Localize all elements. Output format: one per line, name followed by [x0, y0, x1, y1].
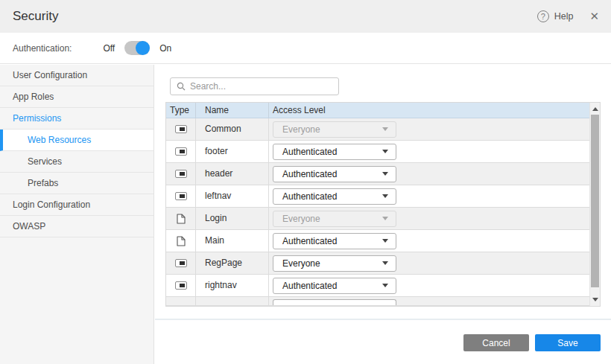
access-level-dropdown[interactable]: Authenticated	[273, 233, 396, 249]
access-level-value: Everyone	[282, 214, 320, 224]
table-row: Main Authenticated	[166, 230, 589, 252]
sidebar-item-label: App Roles	[13, 92, 54, 102]
partial-page-icon	[175, 147, 187, 156]
access-level-dropdown[interactable]: Authenticated	[273, 166, 396, 182]
access-level-value: Authenticated	[282, 281, 337, 291]
access-level-value: Authenticated	[282, 169, 337, 179]
sidebar-list: User Configuration App Roles Permissions…	[0, 65, 153, 237]
access-level-value: Authenticated	[282, 191, 337, 202]
sidebar-item-app-roles[interactable]: App Roles	[0, 86, 153, 108]
page-icon	[177, 214, 186, 224]
cancel-button[interactable]: Cancel	[463, 334, 529, 351]
access-level-value: Authenticated	[282, 147, 337, 157]
access-level-value: Authenticated	[282, 236, 337, 246]
table-row: footer Authenticated	[166, 141, 589, 163]
table-header-row: Type Name Access Level	[166, 103, 589, 118]
column-header-name: Name	[196, 103, 269, 118]
caret-down-icon	[382, 194, 388, 198]
access-level-dropdown[interactable]: Everyone	[273, 255, 396, 272]
main-panel: Type Name Access Level Common Everyone f…	[155, 65, 611, 364]
resource-name: Login	[196, 208, 269, 229]
caret-down-icon	[382, 172, 388, 176]
table-row: rightnav Authenticated	[166, 275, 589, 297]
sidebar-item-permissions[interactable]: Permissions	[0, 108, 153, 130]
help-link[interactable]: Help	[554, 11, 574, 22]
sidebar-item-prefabs[interactable]: Prefabs	[0, 173, 153, 194]
table-body: Common Everyone footer Authenticated hea…	[166, 118, 589, 297]
table-row: header Authenticated	[166, 163, 589, 185]
toggle-on-label: On	[159, 43, 171, 54]
search-icon	[177, 82, 186, 91]
sidebar-item-owasp[interactable]: OWASP	[0, 216, 153, 237]
table-row: RegPage Everyone	[166, 252, 589, 275]
column-header-access-level: Access Level	[269, 103, 589, 118]
save-button[interactable]: Save	[535, 334, 601, 351]
sidebar-item-label: OWASP	[13, 221, 45, 232]
caret-down-icon	[382, 261, 388, 265]
partial-page-icon	[175, 259, 187, 267]
resource-name: Common	[196, 118, 269, 140]
table-row-partial	[166, 297, 589, 306]
partial-page-icon	[175, 192, 187, 200]
sidebar-item-label: Permissions	[13, 113, 61, 124]
resource-name: RegPage	[196, 252, 269, 274]
partial-page-icon	[175, 281, 187, 290]
scrollbar-thumb[interactable]	[591, 115, 599, 287]
access-level-value: Everyone	[282, 258, 320, 269]
page-title: Security	[13, 0, 58, 33]
access-level-dropdown[interactable]	[273, 299, 396, 307]
sidebar-item-label: User Configuration	[13, 70, 87, 80]
scrollbar-down-icon[interactable]	[592, 298, 598, 301]
access-level-dropdown[interactable]: Authenticated	[273, 188, 396, 205]
sidebar-item-label: Login Configuration	[13, 199, 90, 210]
table-row: leftnav Authenticated	[166, 185, 589, 208]
table-row: Common Everyone	[166, 118, 589, 141]
access-level-dropdown[interactable]: Authenticated	[273, 144, 396, 160]
sidebar-item-login-configuration[interactable]: Login Configuration	[0, 194, 153, 216]
column-header-type: Type	[166, 103, 196, 118]
scrollbar-track[interactable]	[589, 103, 600, 306]
resource-name: leftnav	[196, 185, 269, 207]
sidebar-item-label: Web Resources	[28, 135, 91, 145]
caret-down-icon	[382, 150, 388, 153]
caret-down-icon	[382, 284, 388, 287]
sidebar-item-label: Services	[28, 156, 62, 167]
permissions-table: Type Name Access Level Common Everyone f…	[165, 102, 601, 307]
table-row: Login Everyone	[166, 208, 589, 230]
sidebar: User Configuration App Roles Permissions…	[0, 65, 154, 364]
caret-down-icon	[382, 239, 388, 243]
help-icon[interactable]: ?	[537, 10, 549, 22]
page-icon	[177, 236, 186, 246]
search-box	[170, 77, 339, 95]
access-level-dropdown: Everyone	[273, 121, 396, 138]
authentication-label: Authentication:	[13, 43, 72, 54]
authentication-toggle[interactable]	[124, 41, 150, 55]
access-level-dropdown: Everyone	[273, 211, 396, 227]
sidebar-item-label: Prefabs	[28, 178, 58, 188]
caret-down-icon	[382, 127, 388, 131]
caret-down-icon	[382, 217, 388, 220]
partial-page-icon	[175, 125, 187, 133]
footer-divider	[155, 319, 611, 320]
toggle-off-label: Off	[103, 43, 115, 54]
sidebar-item-web-resources[interactable]: Web Resources	[0, 130, 153, 151]
resource-name: footer	[196, 141, 269, 162]
header-actions: ? Help ✕	[537, 0, 599, 33]
access-level-dropdown[interactable]: Authenticated	[273, 278, 396, 294]
sidebar-item-user-configuration[interactable]: User Configuration	[0, 65, 153, 86]
resource-name: Main	[196, 230, 269, 252]
sidebar-item-services[interactable]: Services	[0, 151, 153, 173]
access-level-value: Everyone	[282, 124, 320, 135]
partial-page-icon	[175, 170, 187, 178]
authentication-bar: Authentication: Off On	[0, 33, 611, 64]
resource-name: rightnav	[196, 275, 269, 296]
app-header: Security ? Help ✕	[0, 0, 611, 33]
toggle-knob-icon	[136, 41, 150, 55]
scrollbar-up-icon[interactable]	[592, 107, 598, 111]
search-input[interactable]	[186, 81, 338, 92]
close-icon[interactable]: ✕	[589, 10, 599, 23]
resource-name: header	[196, 163, 269, 185]
